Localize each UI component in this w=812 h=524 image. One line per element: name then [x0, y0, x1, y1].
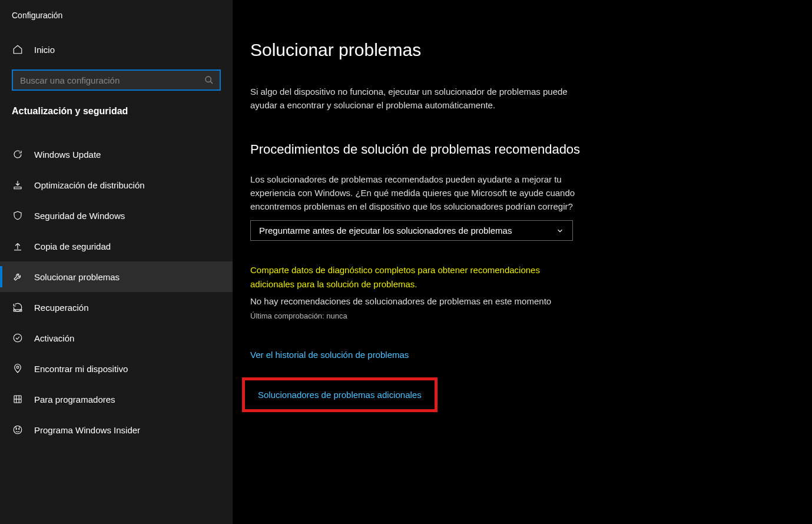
sidebar-item-developers[interactable]: Para programadores	[0, 384, 233, 414]
sidebar-item-troubleshoot[interactable]: Solucionar problemas	[0, 261, 233, 292]
svg-point-11	[16, 429, 17, 430]
chevron-down-icon	[556, 227, 564, 235]
check-circle-icon	[12, 332, 24, 344]
recommended-title: Procedimientos de solución de problemas …	[250, 142, 788, 157]
sidebar-item-backup[interactable]: Copia de seguridad	[0, 231, 233, 261]
search-box[interactable]	[12, 69, 221, 91]
sidebar-item-windows-update[interactable]: Windows Update	[0, 139, 233, 170]
svg-line-1	[210, 81, 213, 84]
svg-point-0	[206, 77, 211, 82]
home-item[interactable]: Inicio	[0, 38, 233, 61]
nav-label: Recuperación	[34, 303, 89, 313]
history-link[interactable]: Ver el historial de solución de problema…	[250, 350, 788, 360]
nav-label: Optimización de distribución	[34, 180, 145, 190]
nav-label: Programa Windows Insider	[34, 425, 140, 435]
recovery-icon	[12, 301, 24, 313]
sidebar-item-recovery[interactable]: Recuperación	[0, 292, 233, 323]
wrench-icon	[12, 271, 24, 283]
dropdown-value: Preguntarme antes de ejecutar los soluci…	[259, 225, 512, 236]
page-title: Solucionar problemas	[250, 40, 788, 60]
page-description: Si algo del dispositivo no funciona, eje…	[250, 85, 580, 112]
section-title: Actualización y seguridad	[0, 106, 233, 127]
no-recommendations: No hay recomendaciones de solucionadores…	[250, 294, 580, 308]
svg-point-5	[16, 366, 19, 369]
home-icon	[12, 44, 24, 55]
location-icon	[12, 363, 24, 374]
sync-icon	[12, 148, 24, 160]
nav-list: Windows Update Optimización de distribuc…	[0, 139, 233, 445]
sidebar: Configuración Inicio Actualización y seg…	[0, 0, 233, 524]
recommended-desc: Los solucionadores de problemas recomend…	[250, 173, 580, 214]
backup-icon	[12, 240, 24, 252]
run-preference-dropdown[interactable]: Preguntarme antes de ejecutar los soluci…	[250, 220, 573, 241]
sidebar-item-insider[interactable]: Programa Windows Insider	[0, 414, 233, 445]
insider-icon	[12, 424, 24, 436]
home-label: Inicio	[34, 45, 55, 55]
sidebar-item-delivery-optimization[interactable]: Optimización de distribución	[0, 170, 233, 200]
nav-label: Activación	[34, 333, 74, 343]
sidebar-item-activation[interactable]: Activación	[0, 323, 233, 353]
search-input[interactable]	[20, 75, 204, 85]
svg-point-12	[19, 429, 20, 430]
sidebar-item-find-device[interactable]: Encontrar mi dispositivo	[0, 353, 233, 384]
diagnostic-warning: Comparte datos de diagnóstico completos …	[250, 263, 580, 291]
developer-icon	[12, 393, 24, 405]
svg-point-10	[14, 426, 22, 434]
main-content: Solucionar problemas Si algo del disposi…	[233, 0, 812, 524]
nav-label: Seguridad de Windows	[34, 211, 125, 221]
highlight-annotation: Solucionadores de problemas adicionales	[242, 377, 438, 412]
nav-label: Solucionar problemas	[34, 272, 120, 282]
sidebar-item-windows-security[interactable]: Seguridad de Windows	[0, 200, 233, 231]
shield-icon	[12, 210, 24, 221]
nav-label: Encontrar mi dispositivo	[34, 364, 128, 374]
download-icon	[12, 179, 24, 191]
nav-label: Windows Update	[34, 150, 101, 160]
search-icon	[204, 75, 214, 85]
svg-point-4	[14, 334, 22, 342]
window-title: Configuración	[0, 11, 233, 38]
additional-troubleshooters-link[interactable]: Solucionadores de problemas adicionales	[258, 390, 422, 400]
nav-label: Copia de seguridad	[34, 241, 111, 251]
nav-label: Para programadores	[34, 394, 115, 404]
last-check: Última comprobación: nunca	[250, 311, 788, 320]
